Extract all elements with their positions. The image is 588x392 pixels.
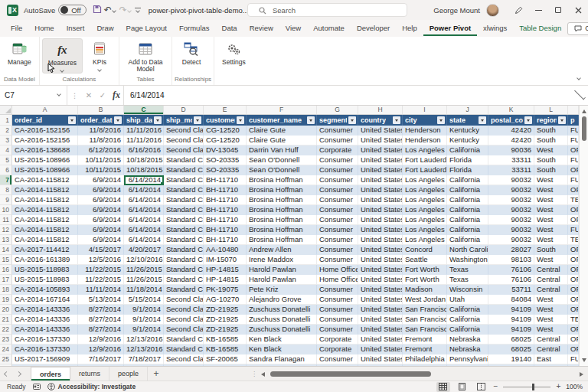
menu-tab-formulas[interactable]: Formulas bbox=[173, 21, 216, 36]
cell[interactable]: California bbox=[447, 185, 488, 195]
accessibility-status[interactable]: Accessibility: Investigate bbox=[47, 383, 136, 390]
filter-dropdown-icon[interactable] bbox=[437, 116, 445, 124]
cell[interactable]: 76106 bbox=[488, 265, 534, 275]
cell[interactable]: United States bbox=[358, 165, 403, 175]
cell[interactable]: 11/8/2016 bbox=[78, 126, 124, 136]
cell[interactable]: CA-2014-105893 bbox=[12, 285, 78, 295]
cell[interactable]: Kentucky bbox=[447, 136, 488, 145]
cell[interactable]: Standard Class bbox=[164, 215, 204, 225]
column-filter-header-ship_date[interactable]: ship_date bbox=[124, 115, 164, 126]
cell[interactable]: Sean O'Donnell bbox=[247, 165, 317, 175]
cell[interactable]: Zuschuss Donatelli bbox=[247, 305, 317, 315]
cell[interactable]: Los Angeles bbox=[403, 225, 447, 235]
cell[interactable]: 42420 bbox=[488, 126, 534, 136]
cell[interactable]: Consumer bbox=[317, 215, 358, 225]
cell[interactable]: United States bbox=[358, 245, 403, 255]
cell[interactable]: United States bbox=[358, 136, 403, 145]
row-header-9[interactable]: 9 bbox=[0, 195, 12, 205]
cell[interactable]: FU bbox=[568, 354, 579, 364]
cell[interactable]: California bbox=[447, 145, 488, 155]
cell[interactable]: Pennsylvania bbox=[447, 354, 488, 364]
customize-quick-access-icon[interactable] bbox=[135, 8, 141, 12]
cell[interactable]: 94109 bbox=[488, 325, 534, 335]
settings-button[interactable]: Settings bbox=[217, 38, 251, 74]
cell[interactable]: CA-2016-161389 bbox=[12, 255, 78, 265]
cell[interactable]: FU bbox=[568, 136, 579, 145]
zoom-slider-thumb[interactable] bbox=[532, 384, 534, 390]
new-sheet-button[interactable]: + bbox=[148, 367, 165, 381]
cell[interactable]: Texas bbox=[447, 265, 488, 275]
tab-scroll-splitter[interactable]: ⋮ bbox=[249, 367, 260, 381]
avatar[interactable] bbox=[486, 4, 499, 17]
cell[interactable]: Los Angeles bbox=[403, 215, 447, 225]
cell[interactable]: Home Office bbox=[317, 265, 358, 275]
cell[interactable]: Consumer bbox=[317, 285, 358, 295]
cell[interactable]: 19140 bbox=[488, 354, 534, 364]
cell[interactable]: 94109 bbox=[488, 315, 534, 325]
cell[interactable]: Second Class bbox=[164, 315, 204, 325]
search-input[interactable]: Search bbox=[247, 3, 407, 17]
horizontal-scrollbar[interactable] bbox=[260, 370, 585, 377]
cell[interactable]: 9/1/2014 bbox=[124, 325, 164, 335]
cell[interactable]: 6/9/2014 bbox=[78, 205, 124, 215]
cell[interactable]: Second Class bbox=[164, 126, 204, 136]
cell[interactable]: 6/9/2014 bbox=[78, 185, 124, 195]
row-header-23[interactable]: 23 bbox=[0, 335, 12, 345]
cell[interactable]: 7/16/2017 bbox=[78, 354, 124, 364]
cell[interactable]: Pete Kriz bbox=[247, 285, 317, 295]
cell[interactable]: 9/1/2014 bbox=[124, 305, 164, 315]
column-filter-header-customer_id[interactable]: customer_id bbox=[204, 115, 247, 126]
cell[interactable]: Los Angeles bbox=[403, 185, 447, 195]
cell[interactable]: 90032 bbox=[488, 175, 534, 185]
cell[interactable]: West bbox=[534, 215, 568, 225]
cell[interactable]: South bbox=[534, 165, 568, 175]
row-header-25[interactable]: 25 bbox=[0, 354, 12, 364]
cell[interactable]: West bbox=[534, 315, 568, 325]
cell[interactable]: Sandra Flanagan bbox=[247, 354, 317, 364]
add-to-data-model-button[interactable]: Add to Data Model bbox=[122, 38, 169, 74]
row-header-19[interactable]: 19 bbox=[0, 295, 12, 305]
cell[interactable]: California bbox=[447, 215, 488, 225]
cell[interactable]: Consumer bbox=[317, 315, 358, 325]
expand-formula-bar-icon[interactable] bbox=[574, 89, 586, 100]
menu-tab-draw[interactable]: Draw bbox=[90, 21, 119, 36]
cell[interactable]: Standard Class bbox=[164, 205, 204, 215]
excel-app-icon[interactable] bbox=[7, 5, 18, 16]
cell[interactable]: 90032 bbox=[488, 235, 534, 245]
cell[interactable]: Standard Class bbox=[164, 235, 204, 245]
cell[interactable]: 6/14/2014 bbox=[124, 235, 164, 245]
cell[interactable]: Consumer bbox=[317, 175, 358, 185]
cell[interactable]: South bbox=[534, 126, 568, 136]
cell[interactable]: IM-15070 bbox=[204, 255, 247, 265]
cell[interactable]: Consumer bbox=[317, 185, 358, 195]
col-header-F[interactable]: F bbox=[247, 106, 317, 114]
cell[interactable]: United States bbox=[358, 275, 403, 285]
undo-button[interactable]: ↶ bbox=[104, 5, 117, 15]
cell[interactable]: 4/20/2017 bbox=[124, 245, 164, 255]
cell[interactable]: Los Angeles bbox=[403, 145, 447, 155]
row-header-5[interactable]: 5 bbox=[0, 155, 12, 165]
cell[interactable]: Madison bbox=[403, 285, 447, 295]
cell[interactable]: United States bbox=[358, 315, 403, 325]
cell[interactable]: United States bbox=[358, 195, 403, 205]
cell[interactable]: California bbox=[447, 205, 488, 215]
scroll-down-icon[interactable] bbox=[582, 358, 586, 362]
cell[interactable]: US-2015-108966 bbox=[12, 155, 78, 165]
cell[interactable]: 12/13/2016 bbox=[124, 345, 164, 354]
cell[interactable]: 5/13/2014 bbox=[78, 295, 124, 305]
cell[interactable]: FU bbox=[568, 155, 579, 165]
cell[interactable]: Second Class bbox=[164, 305, 204, 315]
cell[interactable]: California bbox=[447, 225, 488, 235]
filter-dropdown-icon[interactable] bbox=[558, 116, 566, 124]
cell[interactable]: 6/9/2014 bbox=[78, 235, 124, 245]
cell[interactable]: California bbox=[447, 305, 488, 315]
cell[interactable]: 8/27/2014 bbox=[78, 315, 124, 325]
cell[interactable]: Corporate bbox=[317, 335, 358, 345]
cell[interactable]: Standard Class bbox=[164, 175, 204, 185]
cell[interactable]: Standard Class bbox=[164, 285, 204, 295]
cell[interactable]: Standard Class bbox=[164, 245, 204, 255]
menu-tab-power-pivot[interactable]: Power Pivot bbox=[423, 21, 477, 36]
cell[interactable]: Consumer bbox=[317, 354, 358, 364]
cell[interactable]: 11/8/2016 bbox=[78, 136, 124, 145]
cell[interactable]: United States bbox=[358, 215, 403, 225]
